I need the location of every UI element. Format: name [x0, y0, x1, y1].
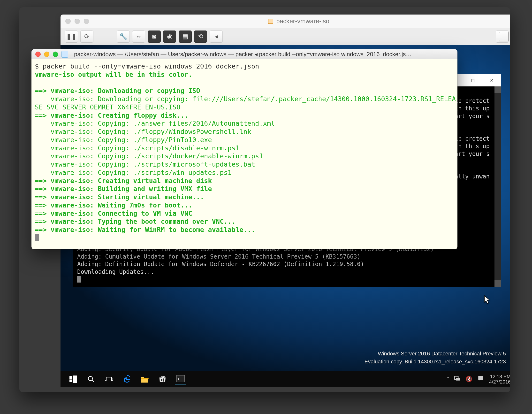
snapshot-button[interactable]: ◙ [148, 30, 161, 43]
settings-button[interactable]: 🔧 [117, 30, 130, 43]
svg-rect-10 [161, 379, 162, 380]
l09: vmware-iso: Copying: ./scripts/docker/en… [35, 152, 263, 160]
term-cursor [35, 234, 39, 241]
cmd-cursor [77, 276, 81, 282]
resize-button[interactable]: ↔ [132, 30, 145, 43]
start-button[interactable] [68, 374, 78, 385]
l06: vmware-iso: Copying: ./floppy/WindowsPow… [35, 128, 251, 135]
cmd-close-button[interactable]: ✕ [482, 74, 501, 87]
screenshot-frame: packer-vmware-iso ❚❚ ⟳ 🔧 ↔ ◙ ◉ ▤ ⟲ ◂ [19, 7, 510, 392]
windows-layout-icon [499, 32, 509, 41]
terminal-title: packer-windows — /Users/stefan — Users/p… [74, 51, 454, 58]
terminal-window[interactable]: packer-windows — /Users/stefan — Users/p… [31, 49, 457, 249]
edge-button[interactable] [122, 374, 132, 385]
volume-icon[interactable]: 🔇 [466, 376, 472, 382]
cmd-scrollbar[interactable] [494, 87, 501, 287]
svg-text:>_: >_ [178, 377, 182, 381]
l13: ==> vmware-iso: Building and writing VMX… [35, 185, 212, 193]
svg-rect-13 [163, 380, 164, 382]
l01: vmware-iso output will be in this color. [35, 71, 192, 78]
cmd-taskbar-button[interactable]: >_ [175, 374, 186, 385]
action-center-icon[interactable] [477, 375, 484, 383]
close-dot-icon[interactable] [65, 19, 71, 24]
windows-brand: Windows Server 2016 Datacenter Technical… [364, 350, 506, 366]
l08: vmware-iso: Copying: ./scripts/disable-w… [35, 144, 239, 152]
svg-rect-0 [69, 376, 72, 379]
terminal-output[interactable]: $ packer build --only=vmware-iso windows… [31, 59, 457, 249]
term-command: packer build --only=vmware-iso windows_2… [43, 62, 259, 70]
svg-rect-17 [456, 378, 460, 381]
l14: ==> vmware-iso: Starting virtual machine… [35, 193, 204, 201]
svg-point-4 [88, 376, 93, 381]
cmd-maximize-button[interactable]: ☐ [464, 74, 482, 87]
brand-line1: Windows Server 2016 Datacenter Technical… [364, 350, 506, 357]
vmware-toolbar: ❚❚ ⟳ 🔧 ↔ ◙ ◉ ▤ ⟲ ◂ [60, 28, 510, 45]
terminal-titlebar[interactable]: packer-windows — /Users/stefan — Users/p… [31, 49, 457, 59]
svg-rect-9 [141, 378, 149, 379]
taskbar[interactable]: >_ ˆ 🔇 12:18 PM 4/27/2016 [60, 371, 510, 387]
brand-line2: Evaluation copy. Build 14300.rs1_release… [364, 357, 506, 366]
minimize-dot-icon[interactable] [75, 19, 80, 24]
l12: ==> vmware-iso: Creating virtual machine… [35, 177, 212, 184]
l03a: vmware-iso: Downloading or copying: file… [35, 95, 456, 103]
vm-icon [268, 19, 273, 24]
scroll-down-icon[interactable] [494, 280, 501, 287]
restart-button[interactable]: ⟳ [80, 30, 94, 43]
search-button[interactable] [86, 374, 96, 385]
l16: ==> vmware-iso: Connecting to VM via VNC [35, 210, 192, 217]
svg-rect-1 [73, 375, 77, 379]
l02: ==> vmware-iso: Downloading or copying I… [35, 87, 200, 94]
svg-line-5 [92, 380, 94, 382]
taskbar-clock[interactable]: 12:18 PM 4/27/2016 [489, 374, 510, 385]
mouse-pointer-icon [484, 295, 490, 304]
svg-rect-12 [161, 380, 162, 381]
l07: vmware-iso: Copying: ./floppy/PinTo10.ex… [35, 136, 212, 144]
network-icon[interactable] [454, 376, 460, 383]
l15: ==> vmware-iso: Waiting 7m0s for boot... [35, 202, 192, 209]
term-zoom-icon[interactable] [53, 52, 58, 57]
pause-button[interactable]: ❚❚ [65, 30, 78, 43]
cmd-line5: Downloading Updates... [77, 269, 154, 275]
cmd-line3: Adding: Cumulative Update for Windows Se… [77, 253, 361, 260]
vmware-window: packer-vmware-iso ❚❚ ⟳ 🔧 ↔ ◙ ◉ ▤ ⟲ ◂ [60, 15, 510, 45]
clock-date: 4/27/2016 [489, 379, 510, 385]
file-explorer-button[interactable] [139, 374, 150, 385]
vmware-titlebar[interactable]: packer-vmware-iso [60, 15, 510, 28]
l18: ==> vmware-iso: Waiting for WinRM to bec… [35, 226, 255, 233]
svg-rect-8 [112, 378, 113, 380]
vmware-title-text: packer-vmware-iso [276, 18, 329, 25]
prev-button[interactable]: ◂ [209, 30, 223, 43]
systray: ˆ 🔇 12:18 PM 4/27/2016 [447, 374, 510, 385]
library-button[interactable] [496, 30, 509, 43]
svg-rect-3 [73, 379, 77, 383]
svg-rect-11 [163, 378, 164, 380]
store-button[interactable] [157, 374, 168, 385]
taskbar-icons: >_ [68, 374, 186, 385]
scroll-up-icon[interactable] [494, 87, 501, 93]
zoom-dot-icon[interactable] [84, 19, 89, 24]
cmd-line4: Adding: Definition Update for Windows De… [77, 261, 364, 268]
task-view-button[interactable] [104, 374, 114, 385]
svg-rect-7 [105, 378, 106, 380]
disk-button[interactable]: ▤ [179, 30, 192, 43]
term-close-icon[interactable] [35, 52, 41, 57]
l03b: SE_SVC_SERVER_OEMRET_X64FRE_EN-US.ISO [35, 103, 180, 111]
term-proxy-icon[interactable] [61, 51, 68, 58]
l17: ==> vmware-iso: Typing the boot command … [35, 218, 236, 225]
l04: ==> vmware-iso: Creating floppy disk... [35, 112, 188, 119]
clock-time: 12:18 PM [489, 374, 510, 379]
camera-button[interactable]: ◉ [163, 30, 176, 43]
tray-chevron-icon[interactable]: ˆ [447, 376, 449, 382]
l11: vmware-iso: Copying: ./scripts/win-updat… [35, 169, 232, 176]
l10: vmware-iso: Copying: ./scripts/microsoft… [35, 161, 255, 168]
svg-rect-6 [106, 377, 112, 381]
traffic-lights [65, 19, 89, 24]
l05: vmware-iso: Copying: ./answer_files/2016… [35, 120, 275, 127]
vmware-title: packer-vmware-iso [89, 18, 508, 25]
svg-rect-2 [69, 380, 72, 382]
term-minimize-icon[interactable] [44, 52, 49, 57]
prompt: $ [35, 62, 43, 70]
revert-button[interactable]: ⟲ [194, 30, 207, 43]
